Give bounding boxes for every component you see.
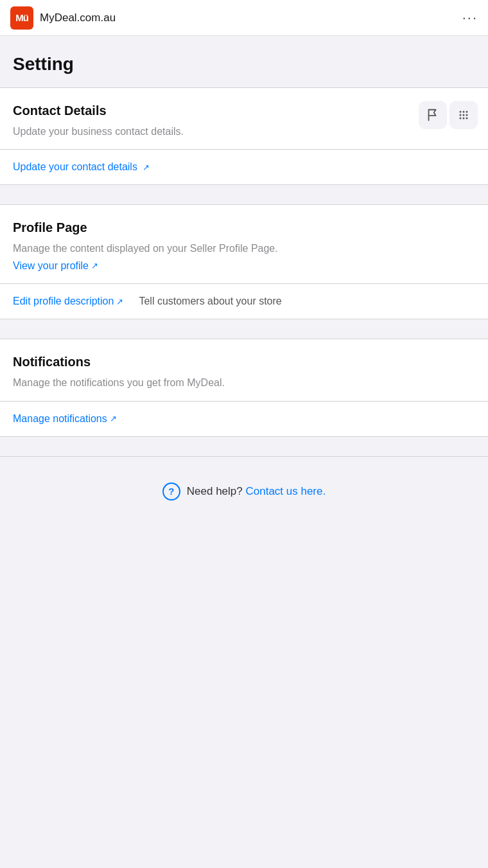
gap-2	[0, 319, 488, 339]
flag-icon	[426, 108, 440, 122]
icon-row	[419, 101, 478, 129]
profile-page-description: Manage the content displayed on your Sel…	[13, 242, 475, 273]
contact-details-description: Update your business contact details.	[13, 125, 475, 139]
svg-point-6	[460, 118, 462, 120]
view-profile-link[interactable]: View your profile ↗	[13, 259, 98, 273]
svg-point-3	[460, 114, 462, 116]
contact-details-card: Contact Details Update your business con…	[0, 88, 488, 184]
svg-point-1	[463, 111, 465, 113]
svg-point-0	[460, 111, 462, 113]
external-link-icon-1: ↗	[143, 163, 150, 172]
help-footer: ? Need help? Contact us here.	[0, 457, 488, 526]
topbar-left: Mü MyDeal.com.au	[10, 6, 116, 30]
external-link-icon-4: ↗	[110, 414, 117, 423]
contact-details-title: Contact Details	[13, 103, 475, 118]
manage-notifications-row: Manage notifications ↗	[0, 402, 488, 436]
gap-3	[0, 437, 488, 456]
notifications-title: Notifications	[13, 355, 475, 369]
flag-button[interactable]	[419, 101, 447, 129]
profile-page-header: Profile Page Manage the content displaye…	[0, 205, 488, 283]
gap-1	[0, 185, 488, 204]
notifications-header: Notifications Manage the notifications y…	[0, 339, 488, 400]
update-contact-row: Update your contact details ↗	[0, 150, 488, 184]
update-contact-link[interactable]: Update your contact details	[13, 161, 137, 173]
profile-page-title: Profile Page	[13, 220, 475, 235]
grid-icon	[457, 109, 470, 121]
help-text: Need help? Contact us here.	[187, 485, 326, 498]
contact-details-header: Contact Details Update your business con…	[0, 88, 488, 149]
edit-profile-link[interactable]: Edit profile description ↗	[13, 296, 123, 307]
notifications-description: Manage the notifications you get from My…	[13, 376, 475, 390]
external-link-icon-3: ↗	[116, 297, 123, 306]
contact-us-link[interactable]: Contact us here.	[245, 485, 326, 497]
help-icon: ?	[162, 483, 180, 500]
svg-point-5	[466, 114, 468, 116]
edit-profile-row: Edit profile description ↗ Tell customer…	[0, 284, 488, 319]
topbar: Mü MyDeal.com.au ···	[0, 0, 488, 36]
svg-point-2	[466, 111, 468, 113]
edit-profile-note: Tell customers about your store	[139, 296, 281, 307]
svg-point-4	[463, 114, 465, 116]
notifications-card: Notifications Manage the notifications y…	[0, 339, 488, 436]
external-link-icon-2: ↗	[91, 260, 98, 272]
manage-notifications-link[interactable]: Manage notifications ↗	[13, 413, 117, 425]
more-menu-button[interactable]: ···	[462, 10, 478, 26]
logo-icon: Mü	[10, 6, 33, 30]
page-title-section: Setting	[0, 36, 488, 87]
svg-point-8	[466, 118, 468, 120]
svg-point-7	[463, 118, 465, 120]
grid-button[interactable]	[449, 101, 478, 129]
bottom-spacer	[0, 526, 488, 603]
page-title: Setting	[13, 54, 475, 75]
profile-page-card: Profile Page Manage the content displaye…	[0, 205, 488, 319]
topbar-title: MyDeal.com.au	[40, 12, 116, 24]
